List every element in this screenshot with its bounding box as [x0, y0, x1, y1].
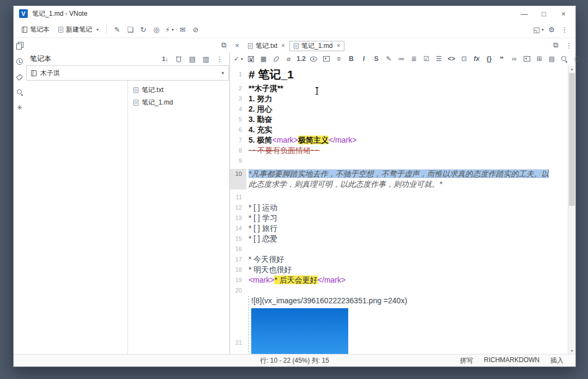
- editor-line[interactable]: 16: [230, 244, 567, 254]
- strikethrough-icon[interactable]: S: [370, 54, 383, 64]
- embedded-image[interactable]: [251, 308, 348, 354]
- image-preview-icon[interactable]: [320, 54, 332, 64]
- line-number: 20: [230, 285, 246, 296]
- image-icon[interactable]: [520, 54, 533, 64]
- editor-line[interactable]: 18* 明天也很好: [230, 265, 567, 275]
- history-pane-icon[interactable]: [14, 57, 26, 66]
- editor-settings-icon[interactable]: ⚙: [583, 54, 588, 64]
- main-menu-icon[interactable]: ⋮: [558, 24, 571, 35]
- editor-line[interactable]: 2**木子淇**: [230, 83, 567, 94]
- snippets-pane-icon[interactable]: ✳: [14, 102, 26, 112]
- find-icon[interactable]: [558, 54, 571, 64]
- panel-menu-icon[interactable]: ⋮: [213, 53, 226, 64]
- search-pane-icon[interactable]: [14, 87, 26, 97]
- file-item[interactable]: 笔记.txt: [128, 84, 229, 96]
- editor-line[interactable]: 42. 用心: [230, 104, 567, 114]
- heading-icon[interactable]: ≡: [332, 54, 345, 64]
- mark-icon[interactable]: ✎: [383, 54, 395, 64]
- close-file-icon[interactable]: ×: [231, 40, 244, 51]
- ordered-list-icon[interactable]: ≔: [395, 54, 408, 64]
- spell-check-toggle[interactable]: 拼写: [460, 356, 473, 365]
- editor-line[interactable]: 20: [230, 285, 567, 296]
- scroll-down-icon[interactable]: ▼: [568, 347, 575, 354]
- trash-icon[interactable]: [172, 53, 185, 64]
- editor-line[interactable]: 9: [230, 156, 567, 166]
- notebook-select[interactable]: 木子淇 ▾: [26, 65, 229, 81]
- editor-line[interactable]: 53. 勤奋: [230, 114, 567, 125]
- inline-code-icon[interactable]: <>: [445, 54, 458, 64]
- folder-tree[interactable]: [26, 81, 128, 354]
- print-icon[interactable]: ⎙: [571, 54, 583, 64]
- editor-line[interactable]: 21![8](vx_images/396160222236351.png =24…: [230, 296, 567, 354]
- file-icon: [134, 87, 138, 93]
- minimize-button[interactable]: —: [514, 7, 534, 20]
- read-mode-icon[interactable]: [307, 54, 320, 64]
- maximize-button[interactable]: □: [534, 7, 554, 20]
- editor-line[interactable]: 1# 笔记_1: [230, 67, 567, 83]
- editor-tab[interactable]: 笔记.txt×: [244, 41, 289, 51]
- new-note-button[interactable]: 新建笔记 ▾: [54, 23, 102, 36]
- file-item[interactable]: 笔记_1.md: [128, 96, 229, 109]
- editor-line[interactable]: 64. 充实: [230, 125, 567, 135]
- history-icon[interactable]: ↻: [137, 24, 150, 35]
- scroll-up-icon[interactable]: ▲: [568, 65, 575, 72]
- editor-line[interactable]: 31. 努力: [230, 94, 567, 104]
- bold-icon[interactable]: B: [345, 54, 357, 64]
- editor-line[interactable]: 13* [ ] 学习: [230, 213, 567, 223]
- outline-icon[interactable]: ▤: [545, 54, 558, 64]
- window-list-icon[interactable]: ⋮: [562, 40, 575, 51]
- spell-check-icon[interactable]: ✓▾: [232, 54, 245, 64]
- record-audio-icon[interactable]: ◎: [150, 24, 163, 35]
- notebook-button[interactable]: 笔记本: [18, 23, 53, 36]
- title-bar[interactable]: V 笔记_1.md - VNote — □ ×: [14, 6, 575, 21]
- tags-pane-icon[interactable]: [14, 72, 26, 82]
- input-mode-indicator[interactable]: 插入: [550, 356, 563, 365]
- code-block-icon[interactable]: ⊡: [458, 54, 470, 64]
- math-icon[interactable]: fx: [470, 54, 483, 64]
- external-files-icon[interactable]: ▥: [199, 53, 213, 64]
- edit-note-icon[interactable]: ✎: [111, 24, 124, 35]
- expand-content-icon[interactable]: ◱▾: [532, 24, 545, 35]
- todo-list-icon[interactable]: ☑: [420, 54, 433, 64]
- clear-format-icon[interactable]: ⌀: [282, 54, 295, 64]
- editor-line[interactable]: 17* 今天很好: [230, 254, 567, 265]
- editor-mode-indicator[interactable]: RICHMARKDOWN: [484, 356, 539, 365]
- quote-icon[interactable]: ❝: [495, 54, 508, 64]
- editor-line[interactable]: 15* [ ] 恋爱: [230, 234, 567, 244]
- tab-close-icon[interactable]: ×: [281, 42, 285, 50]
- split-window-icon[interactable]: ⧉: [549, 40, 562, 51]
- italic-icon[interactable]: I: [357, 54, 370, 64]
- editor-body[interactable]: 1# 笔记_12**木子淇**31. 努力42. 用心53. 勤奋64. 充实7…: [230, 65, 575, 354]
- editor-line[interactable]: 11: [230, 192, 567, 203]
- unordered-list-icon[interactable]: ≣: [408, 54, 420, 64]
- panels-icon[interactable]: ▦: [257, 54, 270, 64]
- editor-tab[interactable]: 笔记_1.md×: [289, 41, 344, 51]
- editor-line[interactable]: 8~~不要有负面情绪~~: [230, 145, 567, 156]
- flash-page-icon[interactable]: ⚡▾: [163, 24, 176, 35]
- stop-icon[interactable]: ⊘: [189, 24, 202, 35]
- math-block-icon[interactable]: {}: [483, 54, 495, 64]
- checklist-icon[interactable]: ☰: [433, 54, 445, 64]
- save-icon[interactable]: [245, 54, 257, 64]
- windows-panel-icon[interactable]: ⧉: [217, 40, 231, 51]
- tab-close-icon[interactable]: ×: [336, 42, 340, 50]
- import-file-icon[interactable]: ❏: [124, 24, 137, 35]
- dropdown-caret-icon: ▾: [241, 57, 243, 62]
- recycle-bin-icon[interactable]: ▤: [186, 53, 199, 64]
- attachment-icon[interactable]: [270, 54, 282, 64]
- editor-line[interactable]: 19<mark>* 后天会更好</mark>: [230, 275, 567, 285]
- section-number-icon[interactable]: 1.2: [295, 54, 307, 64]
- editor-line[interactable]: 14* [ ] 旅行: [230, 223, 567, 234]
- editor-line[interactable]: 75. 极简<mark>极简主义</mark>: [230, 135, 567, 145]
- settings-icon[interactable]: ⚙: [545, 24, 558, 35]
- editor-line[interactable]: 12* [ ] 运动: [230, 203, 567, 213]
- mail-note-icon[interactable]: ✉: [176, 24, 189, 35]
- sort-icon[interactable]: 1↓: [159, 53, 172, 64]
- link-icon[interactable]: ∞: [508, 54, 520, 64]
- notebooks-pane-icon[interactable]: [13, 40, 26, 51]
- scrollbar-thumb[interactable]: [569, 73, 575, 206]
- close-button[interactable]: ×: [554, 7, 573, 20]
- scrollbar-track[interactable]: ▲ ▼: [568, 65, 575, 354]
- editor-line[interactable]: 10*凡事都要脚踏实地去作，不驰于空想，不骛于虚声，而惟以求真的态度作踏实的工夫…: [230, 169, 567, 190]
- table-icon[interactable]: ⊞: [533, 54, 545, 64]
